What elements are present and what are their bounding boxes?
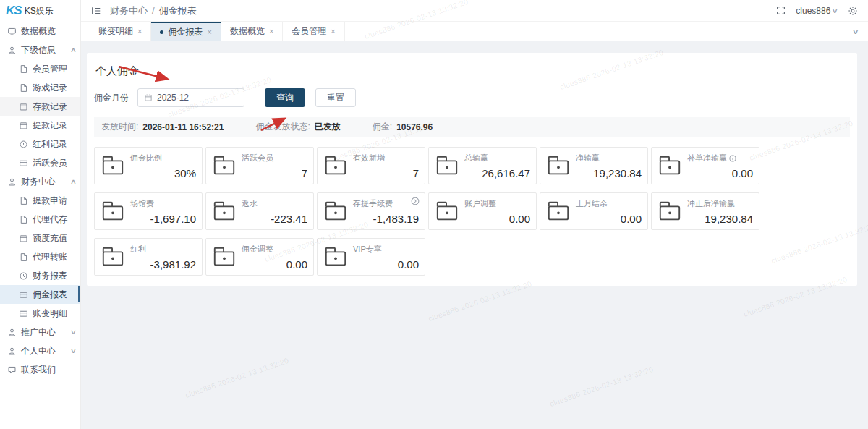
- month-picker-input[interactable]: 2025-12: [137, 88, 244, 107]
- monitor-icon: [7, 27, 17, 36]
- card-label: 佣金比例: [130, 153, 196, 163]
- tabs-chevron-down-icon[interactable]: ∨: [851, 27, 859, 35]
- search-button[interactable]: 查询: [265, 88, 305, 107]
- wallet-folder-icon: [658, 200, 682, 225]
- breadcrumb-parent[interactable]: 财务中心: [110, 4, 148, 17]
- sidebar-fold-icon[interactable]: [91, 6, 101, 16]
- sidebar-item-withdraw-records[interactable]: 提款记录: [0, 116, 80, 135]
- card-label: VIP专享: [353, 244, 419, 255]
- stat-card-vip-exclusive: VIP专享0.00: [317, 238, 425, 276]
- chat-icon: [7, 365, 17, 375]
- breadcrumb-separator: /: [152, 5, 155, 16]
- card-label: 活跃会员: [242, 153, 307, 163]
- cards-grid: 佣金比例30%活跃会员7有效新增7总输赢26,616.47净输赢19,230.8…: [94, 147, 850, 276]
- close-icon[interactable]: ×: [207, 27, 211, 36]
- status-bar: 发放时间:2026-01-11 16:52:21佣金发放状态:已发放佣金:105…: [94, 117, 850, 137]
- calendar-icon: [19, 234, 28, 243]
- sidebar-item-account-changes[interactable]: 账变明细: [0, 304, 80, 323]
- sidebar-item-member-mgmt[interactable]: 会员管理: [0, 59, 80, 78]
- sidebar-item-withdraw-apply[interactable]: 提款申请: [0, 191, 80, 210]
- sidebar-item-finance-report[interactable]: 财务报表: [0, 266, 80, 285]
- sidebar-item-contact-us[interactable]: 联系我们: [0, 360, 80, 379]
- logo-icon: KS: [6, 4, 22, 18]
- doc-icon: [19, 252, 28, 262]
- sidebar-item-agent-deposit[interactable]: 代理代存: [0, 210, 80, 229]
- sidebar-item-label: 联系我们: [21, 364, 56, 376]
- breadcrumb-current: 佣金报表: [159, 4, 197, 17]
- sidebar-item-label: 红利记录: [33, 138, 67, 150]
- card-icon: [19, 309, 28, 318]
- chevron-down-icon: ∨: [70, 328, 77, 336]
- sidebar-item-label: 游戏记录: [33, 82, 67, 94]
- sidebar-item-quota-recharge[interactable]: 额度充值: [0, 229, 80, 247]
- wallet-folder-icon: [323, 154, 348, 179]
- page-title: 个人佣金: [95, 64, 850, 78]
- sidebar-item-data-overview[interactable]: 数据概览: [0, 22, 80, 41]
- close-icon[interactable]: ×: [331, 27, 335, 35]
- close-icon[interactable]: ×: [137, 27, 142, 35]
- username-label: clues886: [796, 6, 830, 16]
- stat-card-bonus: 红利-3,981.92: [94, 238, 203, 276]
- expand-arrow-icon[interactable]: [411, 197, 420, 205]
- tab-label: 佣金报表: [168, 26, 203, 38]
- wallet-folder-icon: [323, 200, 348, 225]
- wallet-folder-icon: [101, 245, 125, 271]
- sidebar-item-label: 额度充值: [33, 232, 67, 245]
- card-icon: [19, 290, 28, 300]
- card-label: 上月结余: [576, 198, 642, 209]
- sidebar-item-finance-center[interactable]: 财务中心∧: [0, 172, 80, 191]
- tab-data-overview[interactable]: 数据概览×: [221, 22, 283, 41]
- card-label: 补单净输赢: [687, 153, 753, 163]
- status-label: 发放时间:: [101, 121, 138, 133]
- logo[interactable]: KS KS娱乐: [0, 0, 80, 22]
- tab-label: 数据概览: [230, 25, 265, 38]
- tab-member-mgmt[interactable]: 会员管理×: [283, 22, 344, 41]
- user-icon: [7, 177, 17, 187]
- content-area: 个人佣金 佣金月份 2025-12 查询 重置 发放时间:2026-01-11 …: [81, 41, 868, 429]
- user-icon: [7, 347, 17, 356]
- sidebar-item-deposit-records[interactable]: 存款记录: [0, 97, 80, 116]
- month-picker-value: 2025-12: [157, 93, 189, 103]
- commission-panel: 个人佣金 佣金月份 2025-12 查询 重置 发放时间:2026-01-11 …: [87, 53, 857, 286]
- reset-button[interactable]: 重置: [315, 88, 356, 107]
- chevron-down-icon: ∨: [832, 7, 839, 14]
- sidebar-item-personal-center[interactable]: 个人中心∨: [0, 341, 80, 360]
- status-value: 已发放: [315, 121, 341, 133]
- wallet-folder-icon: [212, 245, 237, 271]
- stat-card-deposit-withdraw-fee[interactable]: 存提手续费-1,483.19: [317, 192, 425, 230]
- card-value: 19,230.84: [576, 167, 642, 179]
- info-icon[interactable]: [729, 155, 736, 162]
- sidebar-item-bonus-records[interactable]: 红利记录: [0, 135, 80, 153]
- sidebar-item-label: 代理转账: [33, 251, 67, 263]
- sidebar-item-game-records[interactable]: 游戏记录: [0, 78, 80, 97]
- wallet-folder-icon: [546, 154, 571, 179]
- sidebar-item-sub-info[interactable]: 下级信息∧: [0, 41, 80, 59]
- sidebar-item-label: 财务报表: [33, 270, 67, 282]
- chevron-up-icon: ∧: [70, 178, 77, 185]
- gear-icon[interactable]: [848, 6, 858, 16]
- tab-account-changes[interactable]: 账变明细×: [90, 22, 151, 41]
- status-label: 佣金发放状态:: [255, 121, 310, 133]
- card-value: -1,483.19: [353, 213, 419, 225]
- tab-commission-report[interactable]: 佣金报表×: [151, 22, 221, 41]
- stat-card-total-winloss: 总输赢26,616.47: [428, 147, 537, 184]
- chevron-up-icon: ∧: [70, 46, 77, 54]
- sidebar-item-commission-report[interactable]: 佣金报表: [0, 285, 80, 304]
- close-icon[interactable]: ×: [269, 27, 273, 35]
- sidebar-item-agent-transfer[interactable]: 代理转账: [0, 247, 80, 266]
- calendar-icon: [19, 121, 28, 130]
- main-area: 财务中心 / 佣金报表 clues886 ∨ 账变明细×佣金报表×数据概览×会员…: [81, 0, 868, 429]
- sidebar-item-active-members[interactable]: 活跃会员: [0, 153, 80, 172]
- stat-card-commission-rate: 佣金比例30%: [94, 147, 203, 184]
- user-icon: [7, 46, 17, 55]
- card-label: 佣金调整: [242, 244, 307, 255]
- fullscreen-icon[interactable]: [776, 6, 786, 15]
- month-label: 佣金月份: [94, 92, 129, 104]
- status-commission: 佣金:10576.96: [373, 121, 433, 133]
- sidebar-item-promotion-center[interactable]: 推广中心∨: [0, 323, 80, 341]
- card-label: 返水: [242, 198, 307, 209]
- sidebar-item-label: 财务中心: [21, 176, 56, 188]
- card-value: -223.41: [242, 213, 307, 225]
- user-menu[interactable]: clues886 ∨: [796, 6, 838, 16]
- card-value: 0.00: [464, 213, 530, 225]
